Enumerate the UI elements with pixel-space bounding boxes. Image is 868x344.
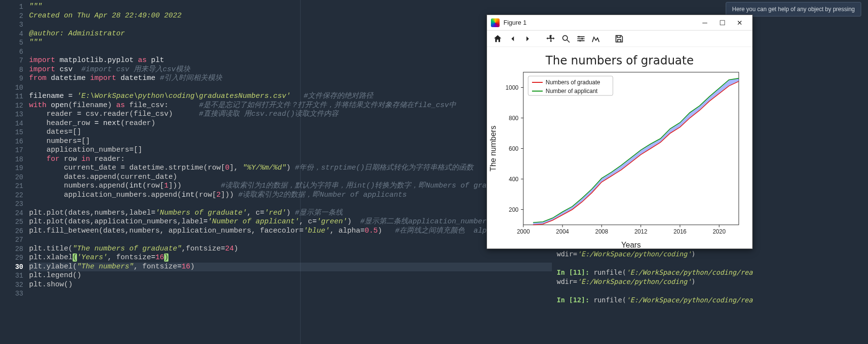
chart-svg: 200020042008201220162020Years20040060080… <box>487 67 753 251</box>
code-content[interactable]: """Created on Thu Apr 28 22:49:00 2022 @… <box>29 0 552 344</box>
svg-text:400: 400 <box>509 176 518 183</box>
python-app-icon <box>491 18 500 27</box>
back-icon[interactable] <box>507 33 518 45</box>
home-icon[interactable] <box>492 33 503 45</box>
ipython-console[interactable]: wdir='E:/WorkSpace/python/coding') In [1… <box>557 250 753 305</box>
forward-icon[interactable] <box>522 33 533 45</box>
svg-text:2012: 2012 <box>634 228 647 235</box>
minimize-button[interactable]: ─ <box>696 19 714 27</box>
svg-text:200: 200 <box>509 206 518 213</box>
configure-subplots-icon[interactable] <box>575 33 587 45</box>
svg-point-0 <box>563 35 567 40</box>
figure-titlebar[interactable]: Figure 1 ─ ☐ ✕ <box>487 15 752 31</box>
edit-axes-icon[interactable] <box>590 33 602 45</box>
svg-line-1 <box>567 40 570 42</box>
maximize-button[interactable]: ☐ <box>714 19 731 27</box>
line-number-gutter: 1234567891011121314151617181920212223242… <box>0 0 29 344</box>
svg-text:2008: 2008 <box>595 228 608 235</box>
svg-text:800: 800 <box>509 115 518 122</box>
figure-window-title: Figure 1 <box>503 19 696 26</box>
close-button[interactable]: ✕ <box>731 19 748 27</box>
svg-text:Number of applicant: Number of applicant <box>546 88 598 94</box>
svg-point-4 <box>579 40 581 41</box>
svg-text:2020: 2020 <box>713 228 726 235</box>
svg-text:1000: 1000 <box>505 84 518 91</box>
svg-point-3 <box>581 38 583 39</box>
save-icon[interactable] <box>613 33 625 45</box>
svg-text:Numbers of graduate: Numbers of graduate <box>546 79 600 86</box>
matplotlib-figure-window[interactable]: Figure 1 ─ ☐ ✕ The numbers of graduate 2… <box>487 15 753 249</box>
matplotlib-toolbar <box>487 31 752 47</box>
chart-title: The numbers of graduate <box>487 47 752 67</box>
pan-icon[interactable] <box>545 33 557 45</box>
svg-text:2004: 2004 <box>556 228 569 235</box>
zoom-icon[interactable] <box>560 33 572 45</box>
code-editor[interactable]: 1234567891011121314151617181920212223242… <box>0 0 552 344</box>
svg-point-2 <box>578 36 579 37</box>
svg-text:2016: 2016 <box>673 228 686 235</box>
chart-area: The numbers of graduate 2000200420082012… <box>487 47 752 249</box>
svg-text:600: 600 <box>509 145 518 152</box>
svg-text:Years: Years <box>621 241 640 249</box>
svg-text:2000: 2000 <box>517 228 530 235</box>
svg-text:The numbers: The numbers <box>489 125 497 171</box>
